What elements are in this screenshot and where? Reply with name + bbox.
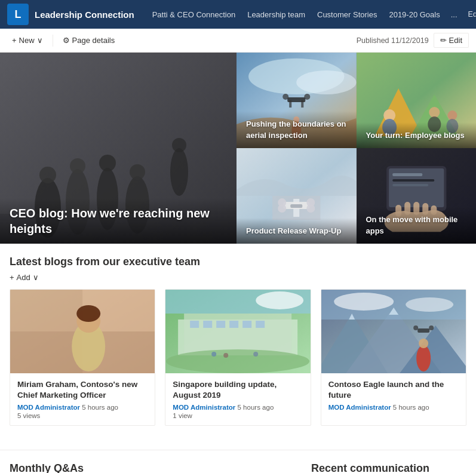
svg-rect-63	[190, 321, 199, 328]
svg-point-39	[306, 204, 315, 213]
top-nav: L Leadership Connection Patti & CEO Conn…	[0, 0, 476, 29]
blog-meta-1: MOD Administrator 5 hours ago 5 views	[17, 404, 148, 419]
chevron-down-icon: ∨	[37, 36, 43, 45]
svg-rect-19	[289, 100, 291, 108]
new-button[interactable]: + New ∨	[7, 33, 48, 47]
edit-nav-button[interactable]: Edit	[462, 5, 476, 24]
svg-point-85	[419, 339, 428, 348]
svg-rect-20	[301, 100, 303, 108]
hero-main-label: CEO blog: How we're reaching new heights	[10, 207, 210, 235]
edit-page-button[interactable]: ✏ Edit	[434, 33, 469, 48]
blog-grid: Miriam Graham, Contoso's new Chief Marke…	[10, 289, 466, 426]
svg-point-87	[413, 325, 418, 330]
recent-comm-title: Recent communication	[311, 462, 466, 473]
blogs-section-title: Latest blogs from our executive team	[10, 256, 466, 268]
svg-rect-46	[392, 184, 428, 186]
svg-point-11	[172, 138, 186, 152]
blog-meta-2: MOD Administrator 5 hours ago 1 view	[173, 404, 303, 419]
hero-mobile-cell[interactable]: On the move with mobile apps	[357, 148, 477, 244]
svg-point-7	[39, 167, 56, 183]
nav-actions: Edit ★ Following ↗ Share site	[462, 5, 476, 24]
main-content: Latest blogs from our executive team + A…	[0, 244, 476, 450]
nav-link-goals[interactable]: 2019-20 Goals	[383, 0, 446, 29]
blog-thumb-2	[165, 290, 310, 373]
svg-point-6	[170, 148, 188, 196]
hero-aerial-label: Pushing the boundaries on aerial inspect…	[246, 119, 346, 140]
add-button[interactable]: + Add ∨	[10, 273, 466, 282]
svg-rect-40	[290, 204, 302, 208]
monthly-qa-section: Monthly Q&As Each month all employees ar…	[10, 462, 299, 473]
hero-employee-label: Your turn: Employee blogs	[366, 131, 465, 140]
svg-point-17	[282, 94, 288, 100]
svg-rect-86	[417, 328, 429, 333]
nav-link-patti[interactable]: Patti & CEO Connection	[146, 0, 241, 29]
blog-meta-3: MOD Administrator 5 hours ago	[328, 404, 459, 411]
blog-author-2: MOD Administrator	[173, 404, 235, 411]
svg-rect-55	[10, 331, 82, 373]
svg-point-74	[256, 291, 303, 309]
pencil-icon: ✏	[440, 36, 447, 45]
svg-rect-66	[229, 321, 238, 328]
plus-icon: +	[12, 36, 17, 45]
blog-card-3[interactable]: Contoso Eagle launch and the future MOD …	[321, 289, 466, 426]
new-label: New	[19, 36, 35, 45]
blog-views-2: 1 view	[173, 412, 303, 419]
svg-point-28	[429, 107, 440, 118]
blog-title-1: Miriam Graham, Contoso's new Chief Marke…	[17, 379, 148, 400]
blog-card-1[interactable]: Miriam Graham, Contoso's new Chief Marke…	[10, 289, 155, 426]
hero-employee-overlay: Your turn: Employee blogs	[357, 122, 477, 148]
gear-icon: ⚙	[63, 36, 70, 45]
nav-links: Patti & CEO Connection Leadership team C…	[146, 0, 462, 29]
svg-rect-53	[10, 290, 82, 331]
blog-author-3: MOD Administrator	[328, 404, 391, 411]
hero-cell-aerial[interactable]: Pushing the boundaries on aerial inspect…	[237, 53, 357, 148]
svg-rect-65	[216, 321, 225, 328]
svg-point-18	[304, 94, 310, 100]
svg-point-71	[223, 353, 228, 358]
nav-link-leadership[interactable]: Leadership team	[241, 0, 311, 29]
svg-rect-44	[392, 173, 422, 176]
svg-point-59	[76, 305, 100, 322]
svg-point-72	[253, 352, 258, 357]
hero-product-label: Product Release Wrap-Up	[246, 226, 341, 235]
bottom-grid: Monthly Q&As Each month all employees ar…	[0, 450, 476, 473]
chevron-down-icon: ∨	[33, 273, 39, 282]
svg-rect-64	[203, 321, 212, 328]
nav-more-button[interactable]: ...	[446, 0, 462, 29]
published-status: Published 11/12/2019	[357, 36, 429, 45]
blog-author-1: MOD Administrator	[17, 404, 80, 411]
svg-point-10	[130, 164, 145, 180]
page-details-label: Page details	[72, 36, 115, 45]
hero-product-overlay: Product Release Wrap-Up	[237, 218, 357, 244]
svg-rect-62	[184, 314, 291, 355]
hero-main-cell[interactable]: CEO blog: How we're reaching new heights	[0, 53, 237, 244]
blog-thumb-1	[10, 290, 155, 373]
hero-employee-cell[interactable]: Your turn: Employee blogs	[357, 53, 477, 148]
blog-time-label-3: 5 hours ago	[393, 404, 429, 411]
page-details-button[interactable]: ⚙ Page details	[58, 33, 120, 47]
svg-point-83	[406, 297, 453, 312]
svg-point-84	[416, 345, 431, 371]
blog-views-1: 5 views	[17, 412, 148, 419]
blog-card-2[interactable]: Singapore building update, August 2019 M…	[165, 289, 311, 426]
monthly-qa-title: Monthly Q&As	[10, 462, 299, 473]
recent-comm-section: Recent communication ▶ Driving Success t…	[311, 462, 466, 473]
svg-point-38	[278, 204, 286, 213]
blog-thumb-3	[321, 290, 466, 373]
edit-label: Edit	[449, 36, 462, 45]
svg-point-82	[334, 293, 394, 311]
blog-time-label-2: 5 hours ago	[238, 404, 274, 411]
toolbar-divider	[53, 35, 53, 47]
svg-rect-67	[242, 321, 251, 328]
blog-info-2: Singapore building update, August 2019 M…	[165, 373, 310, 425]
svg-point-9	[99, 155, 116, 171]
blog-title-2: Singapore building update, August 2019	[173, 379, 303, 400]
svg-point-88	[429, 325, 434, 330]
toolbar: + New ∨ ⚙ Page details Published 11/12/2…	[0, 29, 476, 53]
hero-mobile-label: On the move with mobile apps	[366, 215, 458, 235]
toolbar-right: Published 11/12/2019 ✏ Edit	[357, 33, 469, 48]
hero-product-cell[interactable]: Product Release Wrap-Up	[237, 148, 357, 244]
svg-point-30	[447, 110, 457, 120]
nav-link-stories[interactable]: Customer Stories	[311, 0, 383, 29]
hero-aerial-overlay: Pushing the boundaries on aerial inspect…	[237, 111, 357, 148]
